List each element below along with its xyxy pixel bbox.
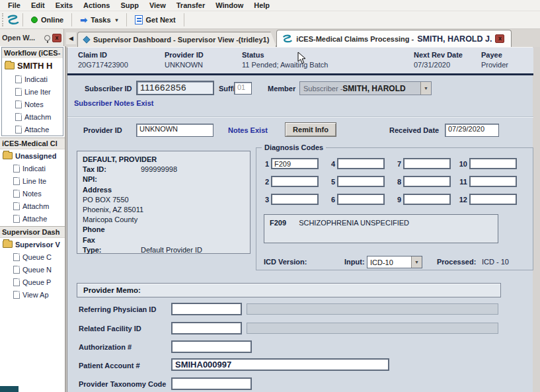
page-icon — [13, 165, 20, 173]
tree-item-queue-2[interactable]: Queue N — [0, 263, 65, 276]
tree-folder-label: Supervisor V — [15, 241, 60, 249]
online-status-button[interactable]: Online — [26, 15, 69, 25]
tree-item-line-items[interactable]: Line Iter — [2, 85, 63, 98]
dx-input-4[interactable] — [337, 158, 385, 169]
dx-input-6[interactable] — [337, 194, 385, 205]
remit-info-button[interactable]: Remit Info — [285, 122, 336, 137]
diagnosis-code: F209 — [270, 219, 286, 227]
tree-item-notes[interactable]: Notes — [2, 98, 63, 110]
open-folder-icon — [3, 152, 13, 159]
tree-item-queue-3[interactable]: Queue P — [0, 276, 65, 288]
subscriber-id-field[interactable]: 111662856 — [136, 81, 214, 95]
page-icon — [13, 278, 20, 286]
tree-item-label: Attachm — [24, 113, 51, 121]
tab-claims-processing[interactable]: iCES-Medical Claims Processing - SMITH, … — [276, 30, 512, 47]
menu-edit[interactable]: Edit — [26, 1, 50, 10]
dx-input-9[interactable] — [403, 194, 451, 205]
tree-folder-smith[interactable]: SMITH H — [2, 58, 63, 73]
menu-view[interactable]: View — [144, 1, 171, 10]
dx-input-12[interactable] — [469, 194, 517, 205]
toolbar-separator — [22, 13, 23, 26]
dx-input-3[interactable] — [271, 194, 319, 205]
authorization-input[interactable] — [171, 340, 252, 353]
dx-input-7[interactable] — [403, 158, 451, 169]
subscriber-id-label: Subscriber ID — [85, 85, 132, 93]
menu-exits[interactable]: Exits — [50, 1, 78, 10]
provider-taxonomy-label: Provider Taxonomy Code — [79, 380, 166, 388]
tree-item-view-ap[interactable]: View Ap — [0, 288, 65, 301]
tasks-caret-icon[interactable]: ▾ — [116, 17, 118, 23]
open-folder-icon — [3, 241, 13, 248]
patient-account-input[interactable] — [171, 358, 389, 371]
dx-num-6: 6 — [325, 196, 335, 204]
tree-folder-unassigned[interactable]: Unassigned — [0, 149, 65, 162]
tab-scroll-left-button[interactable]: ◀ — [66, 32, 76, 44]
page-icon — [15, 75, 22, 83]
tree-item-attached-2[interactable]: Attache — [0, 212, 65, 225]
pin-icon[interactable] — [44, 35, 50, 41]
workflow-tree-panel: Workflow (iCES- SMITH H Indicati Line It… — [1, 47, 63, 136]
tab-strip: Open W... x ◀ Supervisor Dashboard - Sup… — [0, 29, 540, 47]
referring-physician-label: Referring Physician ID — [79, 305, 156, 313]
tree-item-queue-1[interactable]: Queue C — [0, 251, 65, 263]
menu-help[interactable]: Help — [249, 1, 275, 10]
related-facility-input[interactable] — [171, 322, 242, 334]
icd-dropdown-arrow-icon[interactable]: ▼ — [411, 256, 422, 268]
menu-file[interactable]: File — [3, 1, 26, 10]
toolbar-separator — [126, 13, 127, 26]
tasks-button[interactable]: ➡ Tasks ▾ — [75, 15, 123, 26]
dx-num-2: 2 — [259, 178, 269, 186]
menu-transfer[interactable]: Transfer — [171, 1, 210, 10]
page-icon — [13, 177, 20, 185]
next-rev-date-value: 07/31/2020 — [414, 61, 463, 69]
get-next-button[interactable]: Get Next — [130, 14, 181, 26]
suffix-field[interactable]: 01 — [234, 82, 252, 95]
received-date-field[interactable]: 07/29/2020 — [445, 124, 499, 137]
provider-notes-link[interactable]: Notes Exist — [228, 126, 268, 134]
tree-folder-label: SMITH H — [17, 61, 52, 71]
menu-supp[interactable]: Supp — [115, 1, 144, 10]
supervisor-section-header: Supervisor Dash — [0, 226, 65, 238]
referring-physician-input[interactable] — [171, 303, 242, 315]
dx-input-10[interactable] — [469, 158, 517, 169]
provider-id-input[interactable]: UNKNOWN — [136, 124, 213, 137]
dx-input-8[interactable] — [403, 176, 451, 187]
dx-num-9: 9 — [391, 196, 401, 204]
dx-input-1[interactable] — [271, 158, 319, 169]
tree-item-indications[interactable]: Indicati — [2, 73, 63, 85]
tab-supervisor-dashboard[interactable]: Supervisor Dashboard - Supervisor View -… — [77, 32, 276, 47]
dx-input-2[interactable] — [271, 176, 319, 187]
member-dropdown-arrow-icon[interactable]: ▼ — [420, 82, 431, 95]
dx-input-5[interactable] — [337, 176, 385, 187]
icd-version-select[interactable]: ICD-10 ▼ — [367, 256, 422, 268]
tree-item-notes-2[interactable]: Notes — [0, 187, 65, 200]
get-next-label: Get Next — [146, 16, 176, 24]
provider-info-box: DEFAULT, PROVIDER Tax ID:999999998 NPI: … — [77, 151, 251, 254]
tree-item-line-items-2[interactable]: Line Ite — [0, 175, 65, 187]
subscriber-notes-link[interactable]: Subscriber Notes Exist — [74, 99, 153, 107]
toolbar-separator — [71, 13, 72, 26]
document-tabs: ◀ Supervisor Dashboard - Supervisor View… — [65, 29, 512, 47]
provider-taxonomy-input[interactable] — [171, 377, 252, 390]
tree-item-attachments[interactable]: Attachm — [2, 110, 63, 123]
dx-num-11: 11 — [457, 178, 467, 186]
claim-id-value: 20G717423900 — [78, 61, 128, 69]
icd-processed-value: ICD - 10 — [482, 258, 509, 266]
tree-folder-supervisor-view[interactable]: Supervisor V — [0, 238, 65, 251]
menu-actions[interactable]: Actions — [78, 1, 115, 10]
tree-item-indications-2[interactable]: Indicati — [0, 162, 65, 175]
menu-window[interactable]: Window — [210, 1, 249, 10]
dx-input-11[interactable] — [469, 176, 517, 187]
section-divider — [67, 116, 533, 118]
provider-id-field-label: Provider ID — [83, 126, 122, 134]
tree-item-attachments-2[interactable]: Attachm — [0, 200, 65, 212]
tree-item-label: Indicati — [24, 75, 48, 83]
member-dropdown[interactable]: Subscriber - SMITH, HAROLD ▼ — [299, 81, 432, 95]
patient-account-label: Patient Account # — [79, 362, 140, 370]
sidebar-close-button[interactable]: x — [52, 34, 61, 42]
tree-item-label: Attachm — [22, 202, 49, 210]
provider-name: DEFAULT, PROVIDER — [83, 155, 250, 165]
tree-item-attached[interactable]: Attache — [2, 123, 63, 136]
tab-close-button[interactable]: x — [495, 34, 504, 43]
diagnosis-description-box: F209 SCHIZOPHRENIA UNSPECIFIED — [264, 214, 498, 243]
